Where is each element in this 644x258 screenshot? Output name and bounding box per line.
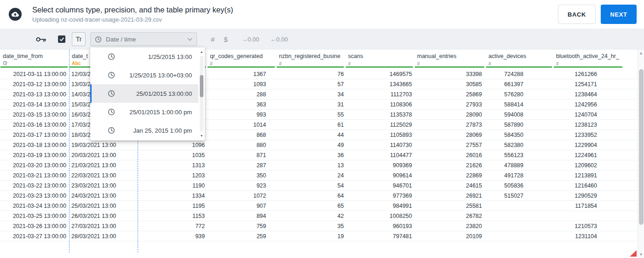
- format-option-label: 1/25/2015 13:00+03:00: [115, 72, 192, 79]
- cell: 515027: [486, 193, 553, 199]
- dropdown-scrollbar-thumb[interactable]: [200, 75, 203, 97]
- column-header[interactable]: nzbn_registered_busine#: [276, 50, 345, 69]
- cell: 2021-03-12 13:00:00: [0, 81, 69, 88]
- cell: 1334: [138, 193, 207, 199]
- cell: 1254171: [553, 81, 638, 88]
- clock-icon: [108, 127, 115, 134]
- table-row[interactable]: 2021-03-27 13:00:0028/03/2021 13:0093925…: [0, 231, 644, 241]
- cell: 64: [276, 193, 345, 199]
- cell: 1367: [207, 71, 276, 77]
- cell: 2021-03-16 13:00:00: [0, 122, 69, 128]
- cell: 19/03/2021 13:00: [69, 142, 138, 148]
- cell: 894: [207, 213, 276, 219]
- format-option[interactable]: 1/25/2015 13:00: [90, 47, 198, 66]
- column-header[interactable]: active_devices#: [486, 50, 553, 69]
- cell: 26782: [414, 213, 486, 219]
- upload-filename-subtitle: Uploading nz-covid-tracer-usage-2021-03-…: [32, 16, 233, 23]
- cell: 909369: [345, 162, 414, 169]
- cell: 1093: [207, 81, 276, 88]
- cell: 880: [207, 142, 276, 148]
- upload-cloud-icon: [9, 8, 22, 21]
- column-header[interactable]: bluetooth_active_24_hr_#: [553, 50, 638, 69]
- format-option[interactable]: 25/01/2015 1:00:00 pm: [90, 103, 198, 121]
- table-row[interactable]: 2021-03-21 13:00:0022/03/2021 13:0012033…: [0, 170, 644, 181]
- cell: 1313: [138, 162, 207, 169]
- table-row[interactable]: 2021-03-19 13:00:0020/03/2021 13:0010358…: [0, 150, 644, 160]
- format-option[interactable]: Jan 25, 2015 1:00 pm: [90, 121, 198, 140]
- cell: 576280: [486, 91, 553, 98]
- vertical-scrollbar[interactable]: ▲ ▼: [638, 50, 644, 258]
- cell: 259: [207, 233, 276, 240]
- quality-bar: [486, 66, 552, 68]
- column-type-label: #: [417, 60, 486, 66]
- cell: 1171854: [553, 203, 638, 209]
- cell: 26/03/2021 13:00: [69, 213, 138, 219]
- cell: 1240704: [553, 111, 638, 118]
- table-row[interactable]: 2021-03-26 13:00:0027/03/2021 13:0077275…: [0, 221, 644, 231]
- clock-icon: [108, 108, 115, 116]
- cell: 584350: [486, 132, 553, 138]
- wizard-actions: BACK NEXT: [558, 5, 637, 24]
- cell: 2021-03-22 13:00:00: [0, 182, 69, 189]
- next-button[interactable]: NEXT: [601, 5, 637, 24]
- increase-decimal-button[interactable]: →0.00: [242, 36, 259, 43]
- column-header[interactable]: scans#: [345, 50, 414, 69]
- table-row[interactable]: 2021-03-20 13:00:0021/03/2021 13:0013132…: [0, 160, 644, 170]
- page-title: Select columns type, precision, and the …: [32, 6, 233, 14]
- table-row[interactable]: 2021-03-24 13:00:0025/03/2021 13:0011959…: [0, 201, 644, 211]
- dropdown-scrollbar[interactable]: ▲ ▼: [199, 48, 204, 140]
- cell: 26921: [414, 193, 486, 199]
- cell: 977369: [345, 193, 414, 199]
- cell: 2021-03-14 13:00:00: [0, 101, 69, 108]
- column-header[interactable]: date_time_from: [0, 50, 69, 69]
- scroll-up-arrow[interactable]: ▲: [638, 51, 644, 55]
- cell: 27873: [414, 122, 486, 128]
- cell: 1072: [207, 193, 276, 199]
- cell: 2021-03-20 13:00:00: [0, 162, 69, 169]
- cell: 42: [276, 213, 345, 219]
- table-row[interactable]: 2021-03-25 13:00:0026/03/2021 13:0011538…: [0, 211, 644, 221]
- cell: 31: [276, 101, 345, 108]
- text-case-button[interactable]: Tr: [72, 32, 86, 46]
- cell: 24615: [414, 182, 486, 189]
- cell: 759: [207, 223, 276, 229]
- datetime-type-icon: [3, 60, 69, 66]
- column-header[interactable]: manual_entries#: [414, 50, 486, 69]
- dropdown-scroll-down[interactable]: ▼: [199, 133, 204, 139]
- number-type-button[interactable]: #: [211, 35, 215, 43]
- back-button[interactable]: BACK: [558, 5, 596, 24]
- table-row[interactable]: 2021-03-22 13:00:0023/03/2021 13:0011909…: [0, 181, 644, 191]
- dropdown-scroll-up[interactable]: ▲: [199, 49, 204, 55]
- cell: 946701: [345, 182, 414, 189]
- quality-bar: [346, 66, 413, 68]
- include-column-checkbox[interactable]: [58, 35, 65, 43]
- cell: 797481: [345, 233, 414, 240]
- cell: 772: [138, 223, 207, 229]
- primary-key-icon[interactable]: [36, 36, 46, 42]
- format-option[interactable]: 25/01/2015 13:00:00: [90, 84, 198, 103]
- column-header[interactable]: qr_codes_generated#: [207, 50, 276, 69]
- cell: 36: [276, 152, 345, 158]
- cell: 2021-03-11 13:00:00: [0, 71, 69, 77]
- cell: 21626: [414, 162, 486, 169]
- cell: 1104477: [345, 152, 414, 158]
- table-row[interactable]: 2021-03-18 13:00:0019/03/2021 13:0010968…: [0, 140, 644, 150]
- cell: 2021-03-26 13:00:00: [0, 223, 69, 229]
- column-name: date_time_from: [3, 53, 69, 59]
- cell: 1125029: [345, 122, 414, 128]
- scroll-down-arrow[interactable]: ▼: [638, 252, 644, 257]
- decrease-decimal-button[interactable]: ←0.00: [270, 36, 288, 43]
- column-type-dropdown[interactable]: Date / time: [90, 32, 197, 46]
- format-option[interactable]: 1/25/2015 13:00+03:00: [90, 66, 198, 84]
- scrollbar-thumb[interactable]: [639, 69, 644, 225]
- cell: 1108306: [345, 101, 414, 108]
- cell: 556123: [486, 152, 553, 158]
- currency-type-button[interactable]: $: [224, 35, 227, 43]
- cell: 907: [207, 203, 276, 209]
- column-name: active_devices: [488, 53, 553, 59]
- format-option-label: 1/25/2015 13:00: [115, 53, 192, 60]
- cell: 587890: [486, 122, 553, 128]
- format-options-list: 1/25/2015 13:001/25/2015 13:00+03:0025/0…: [90, 47, 198, 141]
- table-row[interactable]: 2021-03-23 13:00:0024/03/2021 13:0013341…: [0, 191, 644, 201]
- cell: 1008250: [345, 213, 414, 219]
